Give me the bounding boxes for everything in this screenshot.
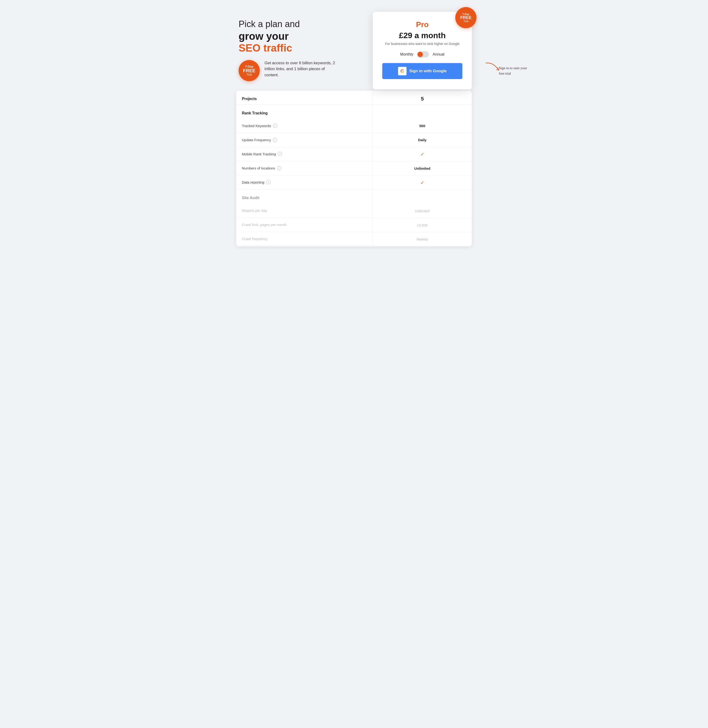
crawl-limit-value: 10,000: [417, 223, 428, 227]
projects-label-row: Projects: [236, 91, 373, 105]
site-audit-header: Site Audit: [236, 190, 373, 204]
projects-label: Projects: [242, 97, 257, 101]
plan-subtitle: For businesses who want to rank higher o…: [382, 42, 462, 46]
mobile-rank-check: ✓: [421, 151, 424, 157]
toggle-knob: [418, 52, 423, 57]
mobile-rank-value-row: ✓: [373, 147, 472, 161]
data-reporting-value-row: ✓: [373, 175, 472, 190]
google-signin-button[interactable]: G Sign in with Google: [382, 63, 462, 79]
hero-title-line3: SEO traffic: [239, 42, 366, 54]
tracked-keywords-label: Tracked Keywords i: [242, 124, 277, 128]
tracked-keywords-value-row: 500: [373, 119, 472, 133]
hero-description: Get access to over 6 billion keywords, 2…: [264, 60, 335, 78]
badge-days: 7-Day: [245, 65, 253, 68]
plan-price: £29 a month: [382, 31, 462, 40]
crawl-frequency-value-row: Weekly: [373, 232, 472, 246]
crawl-frequency-row: Crawl frequency: [236, 232, 373, 246]
google-icon-container: G: [398, 67, 406, 75]
reports-per-day-value: Unlimited: [415, 209, 430, 213]
locations-value-row: Unlimited: [373, 161, 472, 175]
locations-value: Unlimited: [414, 166, 430, 171]
reports-per-day-value-row: Unlimited: [373, 204, 472, 218]
tracked-keywords-value: 500: [419, 124, 425, 128]
update-frequency-label: Update Frequency i: [242, 138, 277, 142]
crawl-limit-row: Crawl limit, pages per month: [236, 218, 373, 232]
hero-title-line2: grow your: [239, 30, 366, 42]
billing-toggle: Monthly Annual: [382, 51, 462, 58]
mobile-rank-row: Mobile Rank Tracking i: [236, 147, 373, 161]
billing-monthly-label: Monthly: [400, 52, 413, 56]
hero-badge: 7-Day FREE Trial: [239, 60, 260, 81]
top-badge-free: FREE: [460, 16, 472, 20]
update-frequency-value-row: Daily: [373, 133, 472, 147]
plan-name: Pro: [382, 20, 462, 29]
pro-card: 7-Day FREE Trial Pro £29 a month For bus…: [373, 12, 472, 90]
google-g-icon: G: [400, 68, 404, 74]
hero-badge-row: 7-Day FREE Trial Get access to over 6 bi…: [239, 60, 366, 81]
top-badge: 7-Day FREE Trial: [455, 7, 476, 28]
mobile-rank-label: Mobile Rank Tracking i: [242, 152, 282, 156]
projects-value: 5: [421, 96, 424, 102]
update-frequency-row: Update Frequency i: [236, 133, 373, 147]
reports-per-day-row: Reports per day: [236, 204, 373, 218]
badge-trial: Trial: [247, 73, 252, 76]
site-audit-spacer: [373, 190, 472, 204]
crawl-limit-label: Crawl limit, pages per month: [242, 223, 287, 227]
mobile-rank-info-icon[interactable]: i: [278, 152, 282, 156]
top-badge-trial: Trial: [464, 20, 469, 23]
locations-label: Numbers of locations i: [242, 166, 281, 170]
annotation-wrapper: Sign in to start yourfree trial: [483, 61, 502, 76]
left-hero: Pick a plan and grow your SEO traffic 7-…: [236, 9, 373, 91]
badge-free: FREE: [243, 68, 255, 73]
features-right-column: 5 500 Daily ✓ Unlimited ✓: [373, 91, 472, 246]
cta-wrapper: G Sign in with Google Sign in to start y…: [382, 63, 462, 79]
page-container: Pick a plan and grow your SEO traffic 7-…: [236, 9, 472, 246]
tracked-keywords-row: Tracked Keywords i: [236, 119, 373, 133]
data-reporting-row: Data reporting i: [236, 175, 373, 190]
site-audit-title: Site Audit: [242, 196, 259, 200]
data-reporting-label: Data reporting i: [242, 180, 270, 184]
billing-toggle-switch[interactable]: [417, 51, 429, 58]
reports-per-day-label: Reports per day: [242, 208, 267, 213]
features-left-column: Projects Rank Tracking Tracked Keywords …: [236, 91, 373, 246]
rank-tracking-spacer: [373, 105, 472, 119]
billing-annual-label: Annual: [433, 52, 444, 56]
rank-tracking-header: Rank Tracking: [236, 105, 373, 119]
crawl-limit-value-row: 10,000: [373, 218, 472, 232]
crawl-frequency-value: Weekly: [416, 237, 428, 241]
rank-tracking-title: Rank Tracking: [242, 111, 268, 115]
features-section: Projects Rank Tracking Tracked Keywords …: [236, 91, 472, 246]
update-frequency-info-icon[interactable]: i: [273, 138, 277, 142]
data-reporting-check: ✓: [421, 180, 424, 185]
locations-row: Numbers of locations i: [236, 161, 373, 175]
annotation-text: Sign in to start yourfree trial: [499, 65, 527, 76]
google-signin-label: Sign in with Google: [409, 69, 447, 74]
projects-value-row: 5: [373, 91, 472, 105]
data-reporting-info-icon[interactable]: i: [266, 180, 270, 184]
tracked-keywords-info-icon[interactable]: i: [273, 124, 277, 128]
update-frequency-value: Daily: [418, 138, 427, 142]
locations-info-icon[interactable]: i: [277, 166, 281, 170]
crawl-frequency-label: Crawl frequency: [242, 237, 267, 241]
hero-title-line1: Pick a plan and: [239, 19, 366, 30]
top-section: Pick a plan and grow your SEO traffic 7-…: [236, 9, 472, 91]
